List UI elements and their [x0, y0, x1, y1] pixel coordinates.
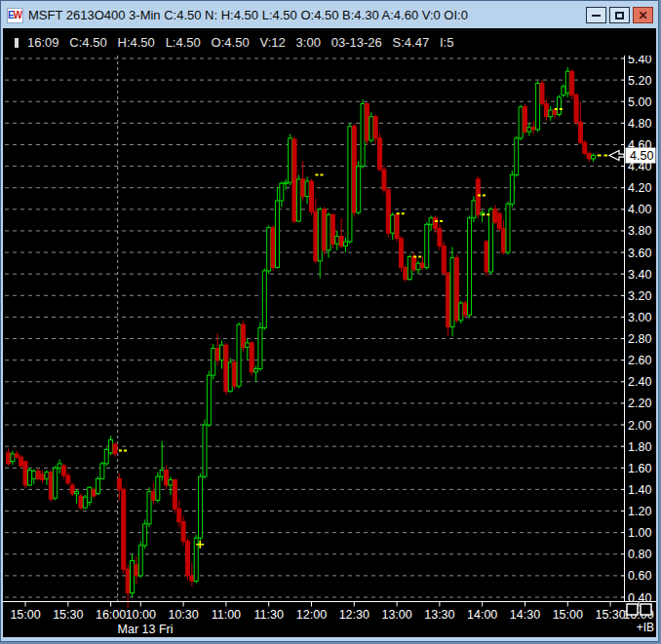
candle-body: [382, 170, 386, 190]
candle-body: [434, 218, 438, 229]
candle-body: [574, 95, 578, 123]
candle-body: [32, 472, 36, 479]
x-axis-label: 11:30: [254, 608, 284, 622]
candle-body: [138, 546, 142, 576]
candle-body: [450, 258, 454, 327]
app-icon: EW: [7, 8, 23, 23]
candle-body: [75, 492, 79, 494]
candle-body: [309, 181, 313, 211]
candle-body: [399, 239, 403, 268]
candle-body: [92, 489, 96, 496]
candle-body: [565, 71, 569, 93]
y-axis-label: 3.40: [628, 268, 651, 282]
candle-body: [570, 71, 574, 95]
candle-body: [587, 153, 591, 159]
candle-body: [404, 268, 408, 280]
candle-body: [147, 492, 151, 524]
candle-body: [365, 103, 369, 140]
candle-body: [523, 107, 526, 132]
candle-body: [275, 201, 279, 268]
y-axis-label: 3.60: [628, 246, 651, 260]
candle-body: [88, 487, 92, 502]
y-axis-label: 1.60: [628, 462, 651, 475]
y-axis-label: 5.20: [628, 74, 651, 88]
candle-body: [429, 218, 433, 225]
candle-body: [284, 182, 288, 183]
y-axis-label: 2.60: [628, 354, 651, 367]
candle-body: [361, 103, 365, 166]
candle-body: [420, 263, 424, 267]
maximize-icon: [615, 12, 624, 19]
candle-body: [104, 449, 108, 463]
candle-body: [386, 190, 390, 233]
candle-body: [212, 349, 215, 376]
candle-body: [327, 214, 330, 249]
candle-body: [169, 479, 173, 485]
chart-client-area: 16:09 C:4.50 H:4.50 L:4.50 O:4.50 V:12 3…: [3, 28, 656, 637]
candle-body: [27, 470, 31, 484]
close-button[interactable]: ✕: [633, 7, 653, 23]
candle-body: [45, 473, 49, 479]
candle-body: [468, 218, 472, 316]
x-axis-label: 15:00: [553, 608, 583, 622]
candle-body: [578, 122, 582, 142]
x-axis-label: 10:00: [126, 608, 156, 622]
candle-body: [126, 569, 130, 592]
candle-body: [185, 541, 189, 575]
candle-body: [412, 257, 416, 270]
status-readout: 16:09 C:4.50 H:4.50 L:4.50 O:4.50 V:12 3…: [27, 35, 453, 50]
candle-body: [378, 138, 382, 170]
candle-body: [549, 110, 553, 117]
candle-body: [323, 209, 327, 250]
candle-body: [391, 214, 395, 233]
chart-page-button-right[interactable]: [641, 604, 651, 615]
candlestick-chart[interactable]: 5.405.205.004.804.604.404.204.003.803.60…: [3, 56, 656, 637]
candle-body: [271, 228, 275, 268]
candle-body: [335, 236, 339, 244]
candle-body: [553, 110, 557, 114]
x-axis-label: 14:30: [510, 608, 540, 622]
y-axis-label: 5.40: [628, 56, 651, 66]
x-axis-label: 12:00: [296, 608, 327, 622]
candle-body: [330, 214, 334, 244]
x-axis-label: 13:30: [424, 608, 454, 622]
candle-body: [558, 97, 562, 115]
candle-body: [438, 229, 442, 246]
candle-body: [7, 453, 11, 464]
y-axis-label: 4.80: [628, 117, 651, 131]
candle-body: [463, 303, 467, 315]
candle-body: [476, 179, 480, 214]
candle-body: [267, 228, 271, 271]
candle-body: [289, 138, 292, 182]
candle-body: [58, 464, 61, 468]
candle-body: [318, 209, 322, 261]
y-axis-label: 2.40: [628, 375, 651, 389]
maximize-button[interactable]: [609, 7, 630, 23]
candle-body: [447, 273, 450, 326]
x-axis-label: 14:00: [467, 608, 497, 622]
candle-body: [49, 473, 53, 500]
candle-body: [296, 179, 300, 221]
candle-body: [510, 174, 514, 204]
candle-body: [493, 209, 497, 222]
title-bar[interactable]: EW MSFT 2613O400 3-Min C:4.50 N: H:4.50 …: [3, 2, 656, 28]
candle-body: [190, 576, 194, 582]
candle-body: [19, 457, 23, 466]
candle-body: [165, 470, 169, 484]
minimize-button[interactable]: [586, 7, 606, 23]
x-axis-label: 10:30: [168, 608, 198, 622]
candle-body: [515, 138, 519, 175]
candle-body: [160, 470, 164, 476]
candle-body: [531, 128, 535, 130]
window-title: MSFT 2613O400 3-Min C:4.50 N: H:4.50 L:4…: [28, 8, 583, 22]
candle-body: [292, 139, 296, 221]
candle-body: [207, 375, 211, 425]
candle-body: [36, 472, 40, 479]
candle-body: [373, 117, 377, 138]
candle-body: [83, 497, 87, 508]
chart-page-button-left[interactable]: [627, 604, 638, 615]
candle-body: [395, 214, 399, 238]
candle-body: [70, 485, 74, 494]
candle-body: [254, 369, 258, 372]
x-axis-label: 12:30: [339, 608, 369, 622]
